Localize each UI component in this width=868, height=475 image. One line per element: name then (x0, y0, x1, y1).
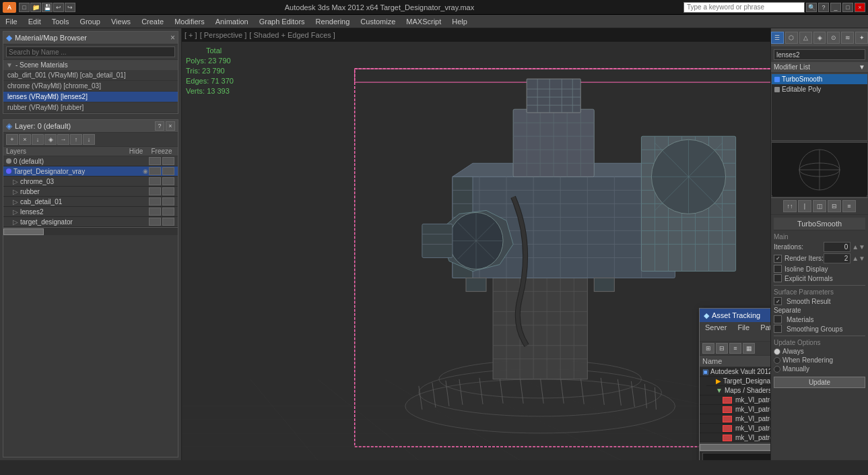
layer-freeze-2[interactable] (162, 177, 174, 185)
layer-item-0[interactable]: 0 (default) (3, 156, 178, 166)
mat-browser-close-button[interactable]: × (170, 33, 175, 42)
mat-item-1[interactable]: chrome (VRayMtl) [chrome_03] (3, 81, 178, 92)
layer-select-button[interactable]: ◈ (44, 134, 57, 145)
at-status-input[interactable] (702, 453, 770, 460)
ts-explicit-checkbox[interactable] (774, 274, 782, 282)
help-icon[interactable]: ? (818, 3, 829, 12)
layer-new-button[interactable]: + (6, 134, 18, 145)
ts-renderiter-checkbox[interactable] (774, 255, 782, 263)
layer-move-button[interactable]: → (57, 134, 69, 145)
ts-renderiter-spinner[interactable]: ▲▼ (852, 255, 865, 262)
layer-freeze-6[interactable] (162, 218, 174, 226)
menu-rendering[interactable]: Rendering (310, 16, 356, 27)
layer-hide-1[interactable] (149, 167, 161, 175)
rt-btn-3[interactable]: ⊟ (828, 200, 841, 212)
modifier-item-1[interactable]: Editable Poly (772, 84, 867, 94)
ts-renderiter-input[interactable] (824, 253, 850, 263)
help-search-input[interactable] (683, 2, 805, 13)
ts-iterations-input[interactable] (824, 242, 850, 252)
save-icon[interactable]: 💾 (42, 3, 53, 12)
redo-icon[interactable]: ↪ (65, 3, 75, 12)
at-tool-2[interactable]: ≡ (729, 343, 741, 354)
mat-item-2[interactable]: lenses (VRayMtl) [lenses2] (3, 92, 178, 102)
at-tool-0[interactable]: ⊞ (702, 343, 714, 354)
right-icon-5[interactable]: ≋ (841, 32, 854, 44)
layer-freeze-3[interactable] (162, 187, 174, 195)
menu-views[interactable]: Views (106, 16, 136, 27)
layer-hide-4[interactable] (149, 197, 161, 205)
layer-down-button[interactable]: ↓ (83, 134, 95, 145)
at-scrollbar-thumb[interactable] (700, 444, 770, 451)
rt-btn-0[interactable]: ↑↑ (783, 200, 797, 212)
menu-help[interactable]: Help (446, 16, 473, 27)
at-tool-3[interactable]: ▦ (743, 343, 755, 354)
right-icon-1[interactable]: ⬡ (785, 32, 798, 44)
layer-hide-3[interactable] (149, 187, 161, 195)
menu-create[interactable]: Create (136, 16, 169, 27)
close-button[interactable]: × (855, 3, 865, 12)
ts-update-button[interactable]: Update (774, 377, 865, 388)
layer-hscroll[interactable] (3, 227, 178, 235)
at-row-3[interactable]: mk_VI_patrol_boat_cab_diffuse_dirt.png F… (700, 395, 770, 405)
at-menu-paths[interactable]: Paths (755, 322, 770, 341)
at-menu-file[interactable]: File (732, 322, 755, 341)
at-menu-server[interactable]: Server (700, 322, 732, 341)
maximize-button[interactable]: □ (842, 3, 853, 12)
right-icon-2[interactable]: △ (799, 32, 812, 44)
menu-animation[interactable]: Animation (210, 16, 254, 27)
right-icon-0[interactable]: ☰ (771, 32, 784, 44)
undo-icon[interactable]: ↩ (53, 3, 64, 12)
new-icon[interactable]: □ (19, 3, 30, 12)
modifier-list-dropdown[interactable]: ▼ (859, 63, 865, 71)
at-horizontal-scrollbar[interactable] (700, 443, 770, 451)
mat-browser-header[interactable]: ◆ Material/Map Browser × (3, 32, 178, 44)
menu-edit[interactable]: Edit (23, 16, 46, 27)
open-icon[interactable]: 📁 (30, 3, 41, 12)
layer-hide-0[interactable] (149, 157, 161, 165)
minimize-button[interactable]: _ (830, 3, 841, 12)
rt-btn-1[interactable]: | (798, 200, 811, 212)
menu-customize[interactable]: Customize (355, 16, 401, 27)
at-tool-1[interactable]: ⊟ (716, 343, 728, 354)
object-name-input[interactable] (774, 49, 865, 60)
at-row-7[interactable]: mk_VI_patrol_boat_rubber_reflect.png Fou… (700, 433, 770, 443)
ts-materials-checkbox[interactable] (774, 315, 782, 323)
right-icon-4[interactable]: ⊙ (827, 32, 840, 44)
right-icon-6[interactable]: ✦ (855, 32, 868, 44)
layer-item-6[interactable]: ▷ target_designator (3, 217, 178, 227)
layer-item-2[interactable]: ▷ chrome_03 (3, 177, 178, 187)
mat-search-input[interactable] (6, 46, 175, 57)
right-icon-3[interactable]: ◈ (813, 32, 826, 44)
menu-modifiers[interactable]: Modifiers (169, 16, 210, 27)
layer-item-3[interactable]: ▷ rubber (3, 187, 178, 197)
ts-iterations-spinner[interactable]: ▲▼ (852, 243, 865, 251)
layer-freeze-5[interactable] (162, 208, 174, 216)
menu-tools[interactable]: Tools (46, 16, 75, 27)
layer-hscroll-thumb[interactable] (3, 228, 44, 235)
layer-hide-2[interactable] (149, 177, 161, 185)
menu-group[interactable]: Group (74, 16, 106, 27)
at-row-6[interactable]: mk_VI_patrol_boat_rubber_diffuse.png Fou… (700, 424, 770, 433)
viewport[interactable]: [ + ] [ Perspective ] [ Shaded + Edged F… (182, 28, 770, 460)
layer-delete-button[interactable]: × (19, 134, 31, 145)
layer-hide-6[interactable] (149, 218, 161, 226)
ts-whenrender-radio[interactable] (774, 357, 780, 364)
layer-hide-5[interactable] (149, 208, 161, 216)
layer-add-button[interactable]: ↓ (32, 134, 44, 145)
ts-isoline-checkbox[interactable] (774, 265, 782, 273)
layer-close-button[interactable]: × (166, 121, 175, 131)
search-icon[interactable]: 🔍 (806, 3, 817, 12)
ts-smoothing-checkbox[interactable] (774, 325, 782, 333)
menu-maxscript[interactable]: MAXScript (401, 16, 446, 27)
layer-item-5[interactable]: ▷ lenses2 (3, 207, 178, 217)
layer-freeze-1[interactable] (162, 167, 174, 175)
layer-item-1[interactable]: Target_Designator_vray ◉ (3, 166, 178, 177)
ts-manually-radio[interactable] (774, 366, 780, 373)
modifier-item-0[interactable]: TurboSmooth (772, 74, 867, 84)
ts-smooth-checkbox[interactable] (774, 297, 782, 305)
layer-item-4[interactable]: ▷ cab_detail_01 (3, 197, 178, 207)
at-row-2[interactable]: ▼ Maps / Shaders (700, 386, 770, 395)
mat-item-0[interactable]: cab_dirt_001 (VRayMtl) [cab_detail_01] (3, 70, 178, 81)
menu-graph-editors[interactable]: Graph Editors (254, 16, 310, 27)
menu-file[interactable]: File (0, 16, 23, 27)
